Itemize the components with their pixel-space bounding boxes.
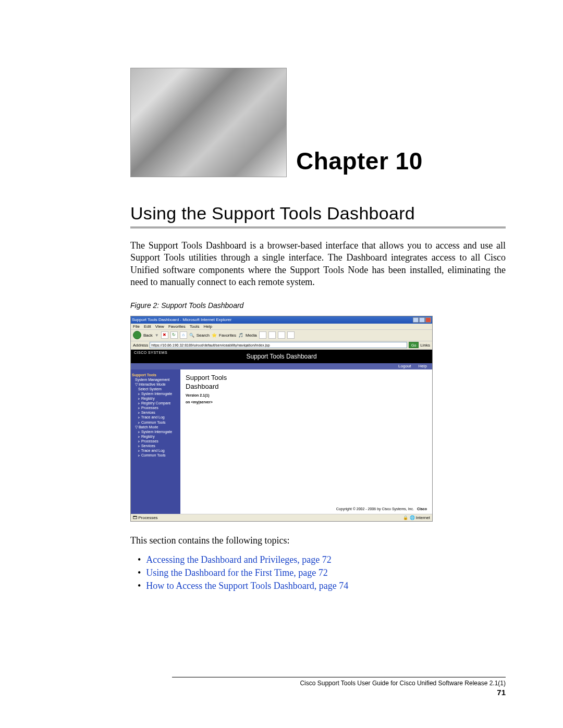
section-title: Using the Support Tools Dashboard	[130, 203, 506, 228]
ie-menu-item[interactable]: File	[133, 324, 140, 329]
address-label: Address	[133, 343, 148, 348]
sidebar-item[interactable]: ▹ Common Tools	[132, 420, 179, 425]
sidebar-item[interactable]: ▹ System Interrogate	[132, 429, 179, 434]
sidebar-item[interactable]: ▹ Registry Compare	[132, 401, 179, 405]
powered-logo: Cisco	[417, 507, 427, 511]
ie-menu-item[interactable]: Help	[203, 324, 212, 329]
sidebar-item[interactable]: ▹ Trace and Log	[132, 448, 179, 453]
dashboard-sidebar: Support Tools System Management ▽ Intera…	[131, 369, 180, 514]
sidebar-root[interactable]: Support Tools	[132, 373, 179, 377]
cisco-logo: CISCO SYSTEMS	[134, 351, 167, 354]
content-subtitle: Dashboard	[186, 382, 427, 390]
sidebar-group[interactable]: ▽ Batch Mode	[132, 425, 179, 429]
print-icon[interactable]	[278, 331, 285, 339]
mail-icon[interactable]	[268, 331, 276, 339]
ie-title-text: Support Tools Dashboard - Microsoft Inte…	[132, 317, 231, 322]
figure-caption: Figure 2: Support Tools Dashboard	[130, 301, 506, 310]
sidebar-item[interactable]: ▹ Registry	[132, 396, 179, 401]
topic-item: How to Access the Support Tools Dashboar…	[138, 579, 506, 593]
ie-content: CISCO SYSTEMS Support Tools Dashboard Lo…	[131, 350, 432, 514]
address-input[interactable]	[150, 342, 407, 348]
chapter-header: Chapter 10	[130, 68, 506, 177]
topic-link[interactable]: Using the Dashboard for the First Time, …	[146, 567, 327, 578]
sidebar-group[interactable]: ▽ Interactive Mode	[132, 382, 179, 387]
sidebar-item[interactable]: ▹ Trace and Log	[132, 415, 179, 419]
go-button[interactable]: Go	[409, 342, 419, 348]
ie-menubar: File Edit View Favorites Tools Help	[131, 324, 432, 330]
help-link[interactable]: Help	[419, 364, 427, 368]
status-left: 🗔 Processes	[133, 515, 158, 520]
sidebar-item[interactable]: ▹ Registry	[132, 434, 179, 439]
edit-icon[interactable]	[287, 331, 295, 339]
refresh-icon[interactable]: ↻	[170, 331, 178, 339]
search-label[interactable]: Search	[197, 333, 210, 338]
sidebar-item[interactable]: ▹ System Interrogate	[132, 391, 179, 396]
topics-intro: This section contains the following topi…	[130, 535, 506, 546]
ie-menu-item[interactable]: Tools	[190, 324, 200, 329]
favorites-label[interactable]: Favorites	[219, 333, 236, 338]
page-number: 71	[172, 688, 506, 697]
ie-address-bar: Address Go Links	[131, 341, 432, 350]
back-icon[interactable]	[133, 331, 141, 339]
back-label[interactable]: Back	[143, 333, 153, 338]
sidebar-item[interactable]: ▹ Processes	[132, 439, 179, 443]
sidebar-group[interactable]: System Management	[132, 377, 179, 382]
copyright-text: Copyright © 2002 - 2006 by Cisco Systems…	[336, 507, 427, 511]
ie-statusbar: 🗔 Processes 🔒 🌐 Internet	[131, 514, 432, 521]
media-label[interactable]: Media	[246, 333, 257, 338]
intro-paragraph: The Support Tools Dashboard is a browser…	[130, 240, 506, 289]
topic-item: Accessing the Dashboard and Privileges, …	[138, 553, 506, 566]
media-icon[interactable]: 🎵	[238, 333, 243, 338]
topic-link[interactable]: How to Access the Support Tools Dashboar…	[146, 581, 348, 591]
version-text: Version 2.1(1)	[186, 393, 427, 397]
stop-icon[interactable]: ✖	[161, 331, 168, 339]
sidebar-item[interactable]: Select System	[132, 387, 179, 391]
search-icon[interactable]: 🔍	[189, 333, 194, 338]
content-title: Support Tools	[186, 374, 427, 381]
server-text: on <my|server>	[186, 400, 427, 404]
topic-item: Using the Dashboard for the First Time, …	[138, 566, 506, 579]
sidebar-item[interactable]: ▹ Processes	[132, 405, 179, 410]
history-icon[interactable]	[259, 331, 266, 339]
home-icon[interactable]: ⌂	[180, 331, 187, 339]
topic-link[interactable]: Accessing the Dashboard and Privileges, …	[146, 554, 331, 565]
dashboard-header: CISCO SYSTEMS Support Tools Dashboard	[131, 350, 432, 363]
chapter-image	[130, 68, 287, 177]
page-footer: Cisco Support Tools User Guide for Cisco…	[172, 677, 506, 697]
links-label[interactable]: Links	[420, 343, 430, 348]
ie-menu-item[interactable]: Favorites	[168, 324, 186, 329]
logout-link[interactable]: Logout	[398, 364, 411, 368]
doc-title: Cisco Support Tools User Guide for Cisco…	[172, 680, 506, 687]
dashboard-content: Support Tools Dashboard Version 2.1(1) o…	[180, 369, 432, 514]
ie-menu-item[interactable]: View	[155, 324, 164, 329]
topics-list: Accessing the Dashboard and Privileges, …	[130, 553, 506, 593]
chapter-label: Chapter 10	[296, 147, 423, 177]
sidebar-item[interactable]: ▹ Services	[132, 443, 179, 448]
dashboard-subbar: Logout Help	[131, 363, 432, 369]
status-right: 🔒 🌐 Internet	[403, 515, 430, 520]
figure-screenshot: Support Tools Dashboard - Microsoft Inte…	[130, 316, 433, 522]
ie-titlebar: Support Tools Dashboard - Microsoft Inte…	[131, 316, 432, 324]
sidebar-item[interactable]: ▹ Common Tools	[132, 453, 179, 458]
favorites-icon[interactable]: ⭐	[212, 333, 217, 338]
ie-menu-item[interactable]: Edit	[144, 324, 151, 329]
dashboard-title: Support Tools Dashboard	[246, 353, 316, 360]
sidebar-item[interactable]: ▹ Services	[132, 410, 179, 415]
ie-toolbar: Back ▼ ✖ ↻ ⌂ 🔍 Search ⭐ Favorites 🎵 Medi…	[131, 330, 432, 341]
ie-window-buttons	[413, 317, 431, 323]
